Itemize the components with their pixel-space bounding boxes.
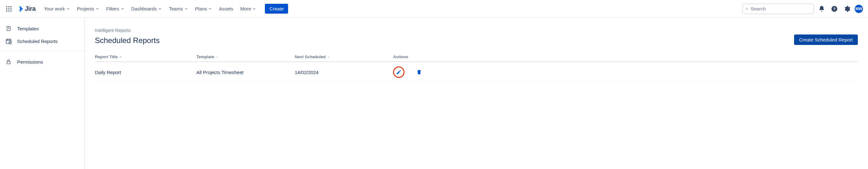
create-scheduled-report-button[interactable]: Create Scheduled Report bbox=[794, 35, 858, 45]
cell-next-scheduled: 14/02/2024 bbox=[295, 70, 393, 75]
col-template[interactable]: Template bbox=[196, 54, 295, 59]
sidebar: Templates Scheduled Reports Permissions bbox=[0, 18, 85, 169]
col-actions: Actions bbox=[393, 54, 858, 59]
breadcrumb[interactable]: Intelligent Reports bbox=[95, 28, 160, 33]
svg-rect-5 bbox=[10, 8, 11, 9]
col-label: Next Scheduled bbox=[295, 54, 326, 59]
chevron-down-icon bbox=[95, 7, 99, 11]
chevron-down-icon bbox=[158, 7, 162, 11]
app-switcher-icon bbox=[6, 6, 12, 12]
nav-label: Teams bbox=[169, 6, 183, 11]
sort-icon bbox=[215, 55, 219, 59]
settings-button[interactable] bbox=[842, 4, 852, 14]
header-row: Intelligent Reports Scheduled Reports Cr… bbox=[95, 28, 858, 45]
col-report-title[interactable]: Report Title bbox=[95, 54, 196, 59]
svg-rect-1 bbox=[8, 6, 9, 7]
chevron-down-icon bbox=[121, 7, 124, 11]
jira-logo[interactable]: Jira bbox=[17, 5, 35, 12]
nav-items: Your work Projects Filters Dashboards Te… bbox=[41, 4, 259, 13]
svg-rect-6 bbox=[6, 10, 7, 11]
notifications-button[interactable] bbox=[816, 4, 827, 14]
col-next-scheduled[interactable]: Next Scheduled bbox=[295, 54, 393, 59]
nav-label: Plans bbox=[195, 6, 207, 11]
nav-label: Projects bbox=[77, 6, 94, 11]
reports-table: Report Title Template Next Scheduled Act… bbox=[95, 54, 858, 83]
search-box[interactable] bbox=[742, 3, 814, 14]
svg-rect-0 bbox=[6, 6, 7, 7]
nav-dashboards[interactable]: Dashboards bbox=[128, 4, 165, 13]
col-label: Report Title bbox=[95, 54, 118, 59]
topnav-right: ? MW bbox=[742, 3, 863, 14]
pencil-icon bbox=[396, 69, 402, 75]
nav-teams[interactable]: Teams bbox=[165, 4, 191, 13]
chevron-down-icon bbox=[208, 7, 212, 11]
chevron-down-icon bbox=[184, 7, 188, 11]
edit-button[interactable] bbox=[393, 67, 404, 78]
header-left: Intelligent Reports Scheduled Reports bbox=[95, 28, 160, 45]
nav-label: More bbox=[240, 6, 251, 11]
bell-icon bbox=[818, 5, 825, 12]
table-row: Daily Report All Projects Timesheet 14/0… bbox=[95, 62, 858, 83]
help-button[interactable]: ? bbox=[829, 4, 839, 14]
svg-rect-8 bbox=[10, 10, 11, 11]
sidebar-item-label: Permissions bbox=[17, 59, 43, 65]
chevron-down-icon bbox=[66, 7, 70, 11]
svg-rect-3 bbox=[6, 8, 7, 9]
top-navigation: Jira Your work Projects Filters Dashboar… bbox=[0, 0, 868, 18]
calendar-plus-icon bbox=[5, 38, 12, 44]
nav-label: Dashboards bbox=[131, 6, 157, 11]
lock-icon bbox=[5, 58, 12, 65]
body: Templates Scheduled Reports Permissions … bbox=[0, 18, 868, 169]
trash-icon bbox=[416, 69, 422, 75]
cell-actions bbox=[393, 67, 858, 78]
nav-label: Assets bbox=[219, 6, 233, 11]
nav-more[interactable]: More bbox=[237, 4, 259, 13]
topnav-left: Jira Your work Projects Filters Dashboar… bbox=[4, 4, 288, 14]
nav-label: Your work bbox=[44, 6, 65, 11]
nav-your-work[interactable]: Your work bbox=[41, 4, 73, 13]
app-switcher-button[interactable] bbox=[4, 4, 14, 14]
search-icon bbox=[746, 6, 748, 11]
svg-rect-4 bbox=[8, 8, 9, 9]
nav-assets[interactable]: Assets bbox=[216, 4, 236, 13]
table-header: Report Title Template Next Scheduled Act… bbox=[95, 54, 858, 62]
sidebar-item-scheduled-reports[interactable]: Scheduled Reports bbox=[0, 35, 84, 47]
nav-label: Filters bbox=[106, 6, 119, 11]
chevron-down-icon bbox=[252, 7, 256, 11]
svg-rect-7 bbox=[8, 10, 9, 11]
sort-asc-icon bbox=[119, 55, 122, 58]
document-icon bbox=[5, 25, 12, 32]
help-icon: ? bbox=[831, 5, 838, 12]
sidebar-group-2: Permissions bbox=[0, 55, 84, 68]
page-title: Scheduled Reports bbox=[95, 36, 160, 45]
nav-plans[interactable]: Plans bbox=[192, 4, 215, 13]
nav-projects[interactable]: Projects bbox=[74, 4, 102, 13]
delete-button[interactable] bbox=[413, 67, 425, 78]
main-content: Intelligent Reports Scheduled Reports Cr… bbox=[85, 18, 868, 169]
sidebar-group-1: Templates Scheduled Reports bbox=[0, 22, 84, 51]
col-label: Template bbox=[196, 54, 214, 59]
sidebar-item-templates[interactable]: Templates bbox=[0, 22, 84, 35]
create-button[interactable]: Create bbox=[265, 4, 288, 14]
svg-rect-2 bbox=[10, 6, 11, 7]
gear-icon bbox=[844, 5, 850, 12]
svg-text:?: ? bbox=[833, 6, 836, 11]
sidebar-item-label: Scheduled Reports bbox=[17, 39, 58, 44]
search-input[interactable] bbox=[751, 6, 811, 11]
jira-logo-text: Jira bbox=[25, 5, 35, 12]
col-label: Actions bbox=[393, 54, 408, 59]
user-avatar[interactable]: MW bbox=[855, 5, 863, 13]
sort-icon bbox=[327, 55, 330, 59]
jira-logo-icon bbox=[17, 5, 24, 12]
nav-filters[interactable]: Filters bbox=[103, 4, 127, 13]
sidebar-item-permissions[interactable]: Permissions bbox=[0, 55, 84, 68]
svg-line-10 bbox=[747, 9, 748, 10]
cell-report-title: Daily Report bbox=[95, 70, 196, 75]
cell-template: All Projects Timesheet bbox=[196, 70, 295, 75]
sidebar-item-label: Templates bbox=[17, 26, 39, 31]
svg-rect-23 bbox=[7, 61, 10, 64]
